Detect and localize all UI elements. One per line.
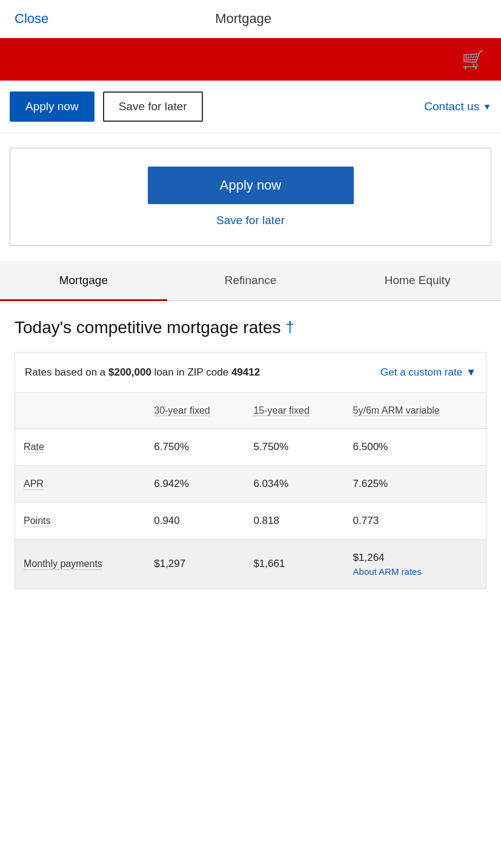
- points-arm: 0.773: [345, 502, 486, 539]
- rate-table: 30-year fixed 15-year fixed 5y/6m ARM va…: [15, 393, 486, 589]
- contact-us-label: Contact us: [424, 100, 479, 113]
- rate-arm: 6.500%: [345, 428, 486, 465]
- loan-amount: $200,000: [108, 366, 151, 378]
- cart-icon[interactable]: 🛒: [462, 49, 484, 70]
- main-content: Today's competitive mortgage rates † Rat…: [0, 301, 501, 604]
- apply-now-button[interactable]: Apply now: [10, 91, 95, 122]
- monthly-30yr: $1,297: [145, 539, 245, 589]
- row-label-points: Points: [15, 502, 146, 539]
- col-header-30yr: 30-year fixed: [145, 393, 245, 428]
- col-header-arm: 5y/6m ARM variable: [345, 393, 486, 428]
- action-card: Apply now Save for later: [10, 148, 491, 246]
- custom-rate-label: Get a custom rate: [380, 366, 462, 379]
- row-label-monthly: Monthly payments: [15, 539, 146, 589]
- rates-info-prefix: Rates based on a: [25, 366, 108, 378]
- contact-us-button[interactable]: Contact us ▼: [424, 100, 491, 113]
- rate-15yr: 5.750%: [245, 428, 344, 465]
- rates-info-bar: Rates based on a $200,000 loan in ZIP co…: [15, 352, 486, 393]
- row-label-apr: APR: [15, 465, 146, 502]
- about-arm-rates-link[interactable]: About ARM rates: [353, 566, 477, 577]
- tab-refinance[interactable]: Refinance: [167, 260, 334, 300]
- apr-arm: 7.625%: [345, 465, 486, 502]
- apply-now-card-button[interactable]: Apply now: [148, 167, 354, 204]
- tabs-bar: Mortgage Refinance Home Equity: [0, 260, 501, 301]
- table-row: APR 6.942% 6.034% 7.625%: [15, 465, 486, 502]
- promo-banner: 🛒: [0, 38, 501, 81]
- chevron-down-icon: ▼: [466, 366, 476, 379]
- section-title: Today's competitive mortgage rates †: [15, 318, 486, 337]
- rates-info-middle: loan in ZIP code: [151, 366, 231, 378]
- table-row: Points 0.940 0.818 0.773: [15, 502, 486, 539]
- row-label-rate: Rate: [15, 428, 146, 465]
- action-bar: Apply now Save for later Contact us ▼: [0, 81, 501, 133]
- save-for-later-button[interactable]: Save for later: [103, 91, 203, 122]
- table-row: Monthly payments $1,297 $1,661 $1,264 Ab…: [15, 539, 486, 589]
- tab-home-equity[interactable]: Home Equity: [334, 260, 501, 300]
- dagger-symbol: †: [286, 318, 294, 337]
- apr-30yr: 6.942%: [145, 465, 245, 502]
- col-header-label: [15, 393, 146, 428]
- points-15yr: 0.818: [245, 502, 344, 539]
- table-row: Rate 6.750% 5.750% 6.500%: [15, 428, 486, 465]
- page-header: Close Mortgage: [0, 0, 501, 38]
- rate-30yr: 6.750%: [145, 428, 245, 465]
- zip-code: 49412: [231, 366, 260, 378]
- col-header-15yr: 15-year fixed: [245, 393, 344, 428]
- table-header-row: 30-year fixed 15-year fixed 5y/6m ARM va…: [15, 393, 486, 428]
- rates-info-text: Rates based on a $200,000 loan in ZIP co…: [25, 365, 260, 380]
- close-button[interactable]: Close: [15, 11, 48, 27]
- section-title-text: Today's competitive mortgage rates: [15, 318, 281, 337]
- points-30yr: 0.940: [145, 502, 245, 539]
- monthly-arm: $1,264 About ARM rates: [345, 539, 486, 589]
- custom-rate-button[interactable]: Get a custom rate ▼: [380, 366, 476, 379]
- tab-mortgage[interactable]: Mortgage: [0, 260, 167, 300]
- chevron-down-icon: ▼: [483, 102, 491, 111]
- save-for-later-card-button[interactable]: Save for later: [216, 214, 285, 227]
- monthly-15yr: $1,661: [245, 539, 344, 589]
- page-title: Mortgage: [215, 11, 271, 27]
- apr-15yr: 6.034%: [245, 465, 344, 502]
